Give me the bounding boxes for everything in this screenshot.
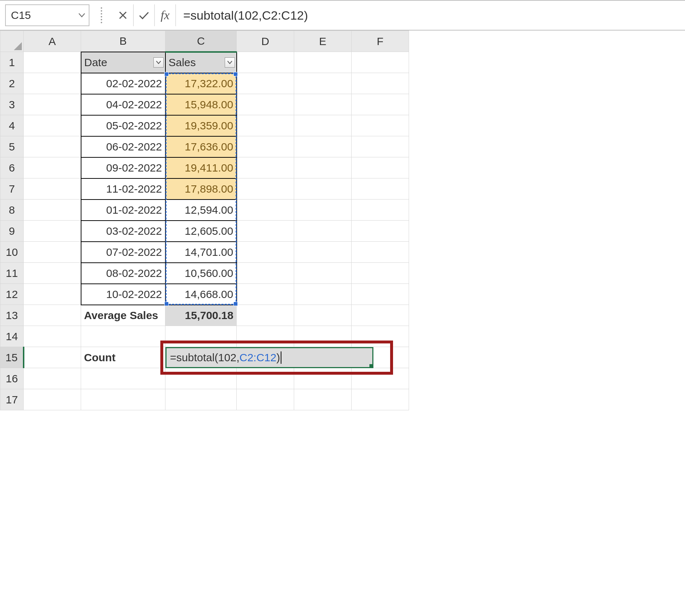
cell-A7[interactable] xyxy=(24,178,81,200)
cell-A15[interactable] xyxy=(24,347,81,368)
select-all-corner[interactable] xyxy=(0,31,24,52)
cell-F12[interactable] xyxy=(352,284,409,305)
cell-B2[interactable]: 02-02-2022 xyxy=(81,73,165,94)
cell-F1[interactable] xyxy=(352,52,409,73)
cell-E8[interactable] xyxy=(294,200,352,221)
cell-E7[interactable] xyxy=(294,178,352,200)
col-header-A[interactable]: A xyxy=(24,31,81,52)
cell-B3[interactable]: 04-02-2022 xyxy=(81,94,165,115)
cell-A14[interactable] xyxy=(24,326,81,347)
row-header-2[interactable]: 2 xyxy=(0,73,24,94)
cell-C8[interactable]: 12,594.00 xyxy=(165,200,237,221)
cell-B4[interactable]: 05-02-2022 xyxy=(81,115,165,136)
cell-F17[interactable] xyxy=(352,389,409,410)
cell-A5[interactable] xyxy=(24,136,81,157)
cell-E16[interactable] xyxy=(294,368,352,389)
cell-B11[interactable]: 08-02-2022 xyxy=(81,263,165,284)
cell-D12[interactable] xyxy=(237,284,294,305)
cell-B8[interactable]: 01-02-2022 xyxy=(81,200,165,221)
cell-C2[interactable]: 17,322.00 xyxy=(165,73,237,94)
cell-C16[interactable] xyxy=(165,368,237,389)
cell-F9[interactable] xyxy=(352,221,409,242)
cell-C10[interactable]: 14,701.00 xyxy=(165,242,237,263)
cancel-button[interactable] xyxy=(113,4,134,26)
cell-B7[interactable]: 11-02-2022 xyxy=(81,178,165,200)
cell-A6[interactable] xyxy=(24,157,81,178)
cell-D6[interactable] xyxy=(237,157,294,178)
cell-C13[interactable]: 15,700.18 xyxy=(165,305,237,326)
cell-D8[interactable] xyxy=(237,200,294,221)
row-header-17[interactable]: 17 xyxy=(0,389,24,410)
cell-F5[interactable] xyxy=(352,136,409,157)
col-header-B[interactable]: B xyxy=(81,31,165,52)
enter-button[interactable] xyxy=(134,4,155,26)
cell-B16[interactable] xyxy=(81,368,165,389)
cell-B1[interactable]: Date xyxy=(81,52,165,73)
row-header-5[interactable]: 5 xyxy=(0,136,24,157)
cell-B10[interactable]: 07-02-2022 xyxy=(81,242,165,263)
cell-E12[interactable] xyxy=(294,284,352,305)
col-header-C[interactable]: C xyxy=(165,31,237,52)
row-header-1[interactable]: 1 xyxy=(0,52,24,73)
cell-D16[interactable] xyxy=(237,368,294,389)
row-header-10[interactable]: 10 xyxy=(0,242,24,263)
cell-B12[interactable]: 10-02-2022 xyxy=(81,284,165,305)
col-header-D[interactable]: D xyxy=(237,31,294,52)
row-header-12[interactable]: 12 xyxy=(0,284,24,305)
cell-D10[interactable] xyxy=(237,242,294,263)
cell-D14[interactable] xyxy=(237,326,294,347)
cell-A12[interactable] xyxy=(24,284,81,305)
cell-E3[interactable] xyxy=(294,94,352,115)
cell-B13[interactable]: Average Sales xyxy=(81,305,165,326)
cell-A11[interactable] xyxy=(24,263,81,284)
col-header-F[interactable]: F xyxy=(352,31,409,52)
cell-D3[interactable] xyxy=(237,94,294,115)
cell-E9[interactable] xyxy=(294,221,352,242)
cell-E10[interactable] xyxy=(294,242,352,263)
cell-B6[interactable]: 09-02-2022 xyxy=(81,157,165,178)
cell-B14[interactable] xyxy=(81,326,165,347)
cell-F14[interactable] xyxy=(352,326,409,347)
cell-A8[interactable] xyxy=(24,200,81,221)
cell-E6[interactable] xyxy=(294,157,352,178)
cell-C6[interactable]: 19,411.00 xyxy=(165,157,237,178)
cell-D13[interactable] xyxy=(237,305,294,326)
cell-A10[interactable] xyxy=(24,242,81,263)
col-header-E[interactable]: E xyxy=(294,31,352,52)
cell-C1[interactable]: Sales xyxy=(165,52,237,73)
row-header-3[interactable]: 3 xyxy=(0,94,24,115)
cell-C9[interactable]: 12,605.00 xyxy=(165,221,237,242)
cell-B5[interactable]: 06-02-2022 xyxy=(81,136,165,157)
cell-B15[interactable]: Count xyxy=(81,347,165,368)
cell-F7[interactable] xyxy=(352,178,409,200)
row-header-6[interactable]: 6 xyxy=(0,157,24,178)
row-header-4[interactable]: 4 xyxy=(0,115,24,136)
cell-D2[interactable] xyxy=(237,73,294,94)
row-header-16[interactable]: 16 xyxy=(0,368,24,389)
cell-F11[interactable] xyxy=(352,263,409,284)
cell-C12[interactable]: 14,668.00 xyxy=(165,284,237,305)
cell-E14[interactable] xyxy=(294,326,352,347)
cell-A13[interactable] xyxy=(24,305,81,326)
cell-F4[interactable] xyxy=(352,115,409,136)
cell-D9[interactable] xyxy=(237,221,294,242)
cell-F6[interactable] xyxy=(352,157,409,178)
cell-A3[interactable] xyxy=(24,94,81,115)
cell-A17[interactable] xyxy=(24,389,81,410)
row-header-8[interactable]: 8 xyxy=(0,200,24,221)
cell-F16[interactable] xyxy=(352,368,409,389)
cell-C4[interactable]: 19,359.00 xyxy=(165,115,237,136)
cell-E11[interactable] xyxy=(294,263,352,284)
cell-C5[interactable]: 17,636.00 xyxy=(165,136,237,157)
cell-E17[interactable] xyxy=(294,389,352,410)
cell-C17[interactable] xyxy=(165,389,237,410)
filter-button-sales[interactable] xyxy=(225,57,235,68)
cell-F13[interactable] xyxy=(352,305,409,326)
cell-D4[interactable] xyxy=(237,115,294,136)
cell-E2[interactable] xyxy=(294,73,352,94)
row-header-14[interactable]: 14 xyxy=(0,326,24,347)
cell-A4[interactable] xyxy=(24,115,81,136)
name-box-resize-handle[interactable] xyxy=(97,4,106,26)
filter-button-date[interactable] xyxy=(153,57,164,68)
cell-C3[interactable]: 15,948.00 xyxy=(165,94,237,115)
